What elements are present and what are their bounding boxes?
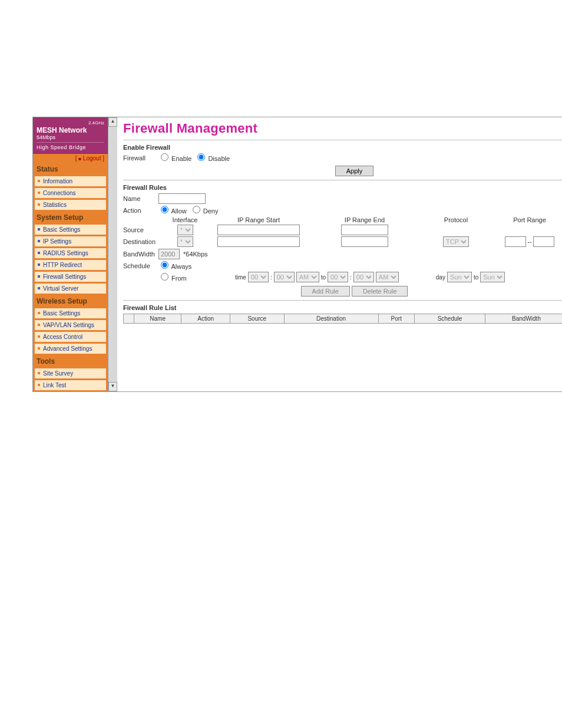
bridge-label: High Speed Bridge [37, 142, 104, 151]
content-area: Firewall Management Enable Firewall Fire… [117, 117, 562, 391]
bandwidth-unit: *64Kbps [183, 251, 208, 258]
always-radio[interactable] [161, 261, 168, 269]
col-name: Name [134, 314, 181, 324]
port-range-separator: -- [527, 238, 531, 245]
destination-label: Destination [123, 238, 158, 245]
delete-rule-button[interactable]: Delete Rule [352, 286, 408, 297]
from-radio[interactable] [161, 273, 168, 281]
rule-list-table: Name Action Source Destination Port Sche… [123, 314, 562, 324]
firewall-rules-heading: Firewall Rules [123, 184, 562, 191]
day-from-select[interactable]: Sun [447, 272, 472, 282]
logout-bullet: ■ [78, 156, 81, 162]
ip-range-start-header: IP Range Start [206, 216, 312, 223]
interface-header: Interface [164, 216, 206, 223]
nav-connections[interactable]: Connections [34, 187, 107, 199]
firewall-rule-list-heading: Firewall Rule List [123, 304, 562, 311]
day-label: day [436, 274, 445, 281]
protocol-header: Protocol [418, 216, 494, 223]
nav-advanced-settings[interactable]: Advanced Settings [34, 343, 107, 354]
divider [123, 180, 562, 180]
source-interface-select[interactable]: * [177, 225, 193, 235]
port-range-start-input[interactable] [505, 236, 526, 247]
nav-statistics[interactable]: Statistics [34, 199, 107, 210]
name-label: Name [123, 195, 158, 202]
enable-radio[interactable] [161, 153, 168, 161]
nav-ip-settings[interactable]: IP Settings [34, 236, 107, 247]
time-label: time [235, 274, 246, 281]
destination-ip-end-input[interactable] [341, 236, 388, 247]
action-label: Action [123, 207, 158, 214]
sidebar-scrollbar[interactable]: ▲ ▼ [108, 117, 117, 391]
from-radio-label[interactable]: From [158, 273, 194, 282]
disable-radio[interactable] [197, 153, 205, 161]
source-label: Source [123, 226, 158, 233]
col-destination: Destination [284, 314, 378, 324]
scroll-down-icon[interactable]: ▼ [108, 382, 117, 391]
destination-interface-select[interactable]: * [177, 236, 193, 247]
port-range-end-input[interactable] [533, 236, 554, 247]
enable-radio-label[interactable]: Enable [158, 153, 191, 162]
port-range-header: Port Range [494, 216, 562, 223]
nav-basic-settings-system[interactable]: Basic Settings [34, 224, 107, 235]
name-input[interactable] [158, 193, 206, 204]
bandwidth-label: BandWidth [123, 251, 158, 258]
page-title: Firewall Management [123, 121, 562, 136]
nav-link-test[interactable]: Link Test [34, 380, 107, 391]
source-ip-end-input[interactable] [341, 225, 388, 235]
sidebar-header: 2.4GHz MESH Network 54Mbps High Speed Br… [33, 117, 108, 154]
to-label-1: to [321, 274, 326, 281]
divider [123, 300, 562, 301]
section-system-setup: System Setup [33, 211, 108, 224]
nav-virtual-server[interactable]: Virtual Server [34, 283, 107, 294]
to-label-2: to [474, 274, 478, 281]
col-schedule: Schedule [415, 314, 485, 324]
allow-radio-label[interactable]: Allow [158, 206, 187, 215]
protocol-select[interactable]: TCP [443, 236, 469, 247]
deny-radio-label[interactable]: Deny [190, 206, 219, 215]
day-to-select[interactable]: Sun [480, 272, 505, 282]
nav-information[interactable]: Information [34, 176, 107, 187]
col-source: Source [230, 314, 285, 324]
nav-vap-vlan-settings[interactable]: VAP/VLAN Settings [34, 319, 107, 331]
col-bandwidth: BandWidth [485, 314, 563, 324]
product-title: MESH Network [37, 127, 104, 134]
nav-basic-settings-wireless[interactable]: Basic Settings [34, 308, 107, 319]
nav-radius-settings[interactable]: RADIUS Settings [34, 248, 107, 259]
time-to-ampm-select[interactable]: AM [376, 272, 399, 282]
enable-firewall-heading: Enable Firewall [123, 144, 562, 151]
speed-label: 54Mbps [37, 134, 104, 141]
section-status: Status [33, 163, 108, 176]
logout-row: [ ■ Logout ] [33, 154, 108, 163]
col-action: Action [181, 314, 230, 324]
scroll-thumb[interactable] [108, 127, 117, 382]
section-wireless-setup: Wireless Setup [33, 295, 108, 308]
disable-radio-label[interactable]: Disable [195, 153, 230, 162]
firewall-label: Firewall [123, 154, 158, 162]
ip-range-end-header: IP Range End [312, 216, 418, 223]
bandwidth-input[interactable] [158, 249, 180, 259]
add-rule-button[interactable]: Add Rule [301, 286, 350, 297]
nav-site-survey[interactable]: Site Survey [34, 368, 107, 379]
schedule-label: Schedule [123, 262, 158, 269]
section-tools: Tools [33, 355, 108, 368]
col-checkbox [124, 314, 134, 324]
nav-http-redirect[interactable]: HTTP Redirect [34, 259, 107, 271]
divider [123, 140, 562, 140]
col-port: Port [378, 314, 415, 324]
deny-radio[interactable] [193, 206, 200, 213]
always-radio-label[interactable]: Always [158, 261, 191, 270]
sidebar: 2.4GHz MESH Network 54Mbps High Speed Br… [33, 117, 108, 391]
time-from-min-select[interactable]: 00 [274, 272, 295, 282]
apply-button[interactable]: Apply [335, 166, 374, 176]
nav-access-control[interactable]: Access Control [34, 331, 107, 342]
time-from-ampm-select[interactable]: AM [296, 272, 319, 282]
time-to-hour-select[interactable]: 00 [328, 272, 348, 282]
destination-ip-start-input[interactable] [217, 236, 300, 247]
nav-firewall-settings[interactable]: Firewall Settings [34, 271, 107, 282]
source-ip-start-input[interactable] [217, 225, 300, 235]
time-to-min-select[interactable]: 00 [353, 272, 374, 282]
allow-radio[interactable] [161, 206, 168, 213]
logout-link[interactable]: Logout [83, 155, 101, 162]
scroll-up-icon[interactable]: ▲ [108, 117, 117, 127]
time-from-hour-select[interactable]: 00 [248, 272, 269, 282]
